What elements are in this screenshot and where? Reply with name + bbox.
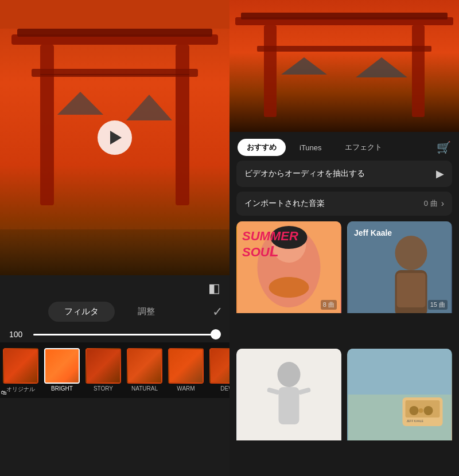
slider-fill — [33, 334, 220, 335]
extract-audio-icon: ▶ — [436, 167, 444, 180]
album-art-tape: JEFF KAALE — [347, 349, 452, 440]
album-card-jeff-kaale[interactable]: Jeff Kaale 15 曲 — [347, 221, 452, 343]
svg-point-38 — [419, 408, 423, 413]
summer-soul-title: SUMMERSOUL — [242, 229, 298, 260]
extract-audio-section[interactable]: ビデオからオーディオを抽出する ▶ — [236, 161, 452, 187]
filter-item-dew[interactable]: DEW — [207, 346, 230, 397]
filter-item-story[interactable]: STORY — [83, 346, 124, 397]
adjust-tab[interactable]: 調整 — [122, 302, 171, 322]
svg-rect-13 — [264, 25, 277, 117]
album-art-jeff: Jeff Kaale 15 曲 — [347, 221, 452, 313]
album-art-summer: SUMMERSOUL 8 曲 — [236, 221, 341, 313]
tab-itunes[interactable]: iTunes — [290, 140, 331, 155]
filter-tab[interactable]: フィルタ — [48, 302, 115, 322]
filter-label-dew: DEW — [220, 385, 230, 392]
music-tabs-row: おすすめ iTunes エフェクト 🛒 — [230, 132, 459, 161]
album-count-summer: 8 曲 — [321, 300, 337, 310]
filter-item-bright[interactable]: BRIGHT — [41, 346, 83, 397]
compare-icon[interactable]: ◧ — [208, 281, 220, 296]
filter-thumb-story — [85, 348, 121, 384]
svg-rect-12 — [241, 13, 448, 19]
intensity-slider-row: 100 — [0, 325, 230, 342]
filter-label-bright: BRIGHT — [51, 385, 73, 392]
jeff-kaale-title: Jeff Kaale — [354, 228, 392, 237]
filter-thumb-natural — [127, 348, 162, 384]
svg-rect-14 — [412, 25, 425, 117]
svg-rect-6 — [0, 229, 230, 275]
video-preview — [0, 0, 230, 275]
filter-thumb-dew — [209, 348, 230, 384]
tab-recommended[interactable]: おすすめ — [238, 139, 286, 156]
slider-value: 100 — [9, 330, 28, 339]
cart-icon[interactable]: 🛒 — [437, 141, 451, 154]
play-button[interactable] — [98, 120, 132, 155]
svg-rect-1 — [17, 29, 212, 37]
svg-rect-26 — [397, 273, 426, 307]
svg-marker-7 — [57, 92, 103, 115]
filter-item-warm[interactable]: WARM — [165, 346, 207, 397]
check-icon[interactable]: ✓ — [212, 305, 223, 319]
svg-text:JEFF KAALE: JEFF KAALE — [407, 419, 424, 423]
album-card-tape[interactable]: JEFF KAALE — [347, 349, 452, 470]
music-video-preview — [230, 0, 459, 132]
filter-item-original[interactable]: 🛍 オリジナル — [0, 346, 41, 397]
svg-marker-8 — [126, 95, 172, 120]
play-icon — [110, 131, 122, 145]
filter-thumb-warm — [168, 348, 204, 384]
svg-point-36 — [410, 406, 419, 415]
filter-item-natural[interactable]: NATURAL — [124, 346, 165, 397]
imported-music-label: インポートされた音楽 — [244, 198, 424, 209]
left-panel: ◧ フィルタ 調整 ✓ 100 🛍 — [0, 0, 230, 476]
filter-strip: 🛍 オリジナル BRIGHT STORY — [0, 342, 230, 398]
svg-rect-2 — [40, 45, 54, 205]
album-card-summer-soul[interactable]: SUMMERSOUL 8 曲 — [236, 221, 341, 343]
imported-count: 0 曲 — [424, 198, 438, 209]
right-panel: おすすめ iTunes エフェクト 🛒 ビデオからオーディオを抽出する ▶ イン… — [230, 0, 459, 476]
slider-thumb[interactable] — [211, 329, 221, 340]
svg-point-24 — [395, 236, 427, 270]
slider-track[interactable] — [33, 334, 220, 335]
album-card-white[interactable] — [236, 349, 341, 470]
bottom-controls: ◧ フィルタ 調整 ✓ 100 🛍 — [0, 275, 230, 476]
filter-label-natural: NATURAL — [131, 385, 158, 392]
filter-thumb-bright — [44, 348, 80, 384]
chevron-right-icon: › — [441, 198, 444, 209]
filter-label-original: オリジナル — [6, 385, 35, 393]
svg-point-28 — [278, 362, 301, 387]
svg-rect-15 — [257, 46, 431, 52]
svg-point-22 — [269, 277, 309, 298]
svg-rect-29 — [279, 387, 299, 424]
svg-rect-4 — [32, 69, 198, 77]
extract-audio-label: ビデオからオーディオを抽出する — [244, 169, 436, 179]
svg-rect-3 — [176, 45, 189, 205]
svg-point-37 — [424, 406, 433, 415]
album-art-white — [236, 349, 341, 440]
svg-rect-0 — [11, 34, 218, 45]
svg-rect-5 — [0, 0, 230, 29]
imported-music-section[interactable]: インポートされた音楽 0 曲 › — [236, 192, 452, 216]
album-count-jeff: 15 曲 — [428, 300, 448, 310]
filter-thumb-original: 🛍 — [3, 348, 38, 384]
filter-label-warm: WARM — [177, 385, 195, 392]
filter-label-story: STORY — [94, 385, 113, 392]
filter-adjust-tabs: フィルタ 調整 ✓ — [0, 298, 230, 325]
album-grid: SUMMERSOUL 8 曲 Jeff Kaale 15 曲 — [230, 221, 459, 476]
tab-effects[interactable]: エフェクト — [336, 139, 391, 156]
